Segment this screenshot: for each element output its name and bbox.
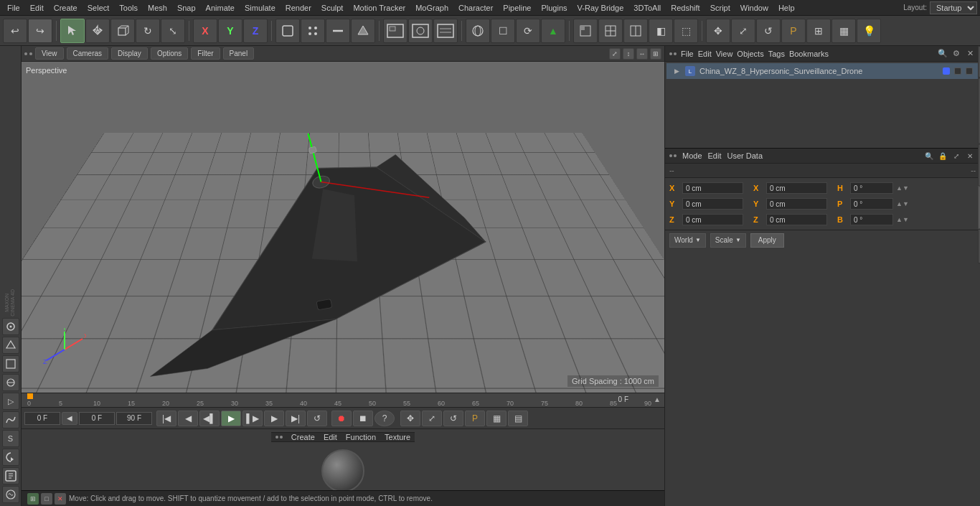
viewport-tab-display[interactable]: Display: [111, 47, 148, 60]
transform-button[interactable]: P: [781, 19, 806, 43]
film-button[interactable]: ▦: [831, 19, 856, 43]
extrude-button[interactable]: ▲: [541, 19, 565, 43]
attr-search-icon[interactable]: 🔍: [923, 150, 935, 161]
objects-panel-edit[interactable]: Edit: [698, 50, 712, 58]
menu-animate[interactable]: Animate: [202, 2, 239, 14]
coord-p-input[interactable]: [850, 198, 893, 210]
viewport4-button[interactable]: ◧: [649, 19, 673, 43]
select-button[interactable]: [60, 19, 85, 43]
objects-panel-file[interactable]: File: [681, 50, 694, 58]
menu-create[interactable]: Create: [50, 2, 82, 14]
frame-end-input[interactable]: [79, 412, 115, 425]
menu-3dtoall[interactable]: 3DToAll: [629, 2, 665, 14]
coord-b-stepper[interactable]: ▲▼: [896, 216, 909, 223]
rotate-timeline-btn[interactable]: ↺: [443, 411, 463, 426]
viewport-3d[interactable]: Perspective: [22, 62, 664, 393]
menu-character[interactable]: Character: [454, 2, 497, 14]
next-frame-btn[interactable]: ▶: [264, 411, 284, 426]
move-button[interactable]: ✥: [85, 19, 110, 43]
preview-end-input[interactable]: [116, 412, 152, 425]
scale-timeline-btn[interactable]: ⤢: [422, 411, 442, 426]
rotate2-button[interactable]: ⟳: [516, 19, 540, 43]
menu-tools[interactable]: Tools: [115, 2, 142, 14]
scale-button[interactable]: ⤡: [161, 19, 185, 43]
menu-redshift[interactable]: Redshift: [666, 2, 704, 14]
axis-x-button[interactable]: X: [193, 19, 217, 43]
viewport1-button[interactable]: [573, 19, 598, 43]
render-settings-button[interactable]: [433, 19, 458, 43]
objects-panel-bookmarks[interactable]: Bookmarks: [789, 50, 829, 58]
object-expand-icon[interactable]: ▶: [672, 67, 681, 75]
menu-script[interactable]: Script: [706, 2, 735, 14]
menu-mesh[interactable]: Mesh: [143, 2, 171, 14]
objects-panel-tags[interactable]: Tags: [768, 50, 785, 58]
menu-motion-tracker[interactable]: Motion Tracker: [349, 2, 410, 14]
object-item-drone[interactable]: ▶ L China_WZ_8_Hypersonic_Surveillance_D…: [666, 63, 979, 79]
attr-edit-btn[interactable]: Edit: [708, 151, 722, 160]
left-tool-9[interactable]: [2, 467, 19, 484]
viewport-tab-options[interactable]: Options: [151, 47, 188, 60]
move-timeline-btn[interactable]: ✥: [400, 411, 420, 426]
edge-mode-button[interactable]: [326, 19, 350, 43]
viewport2-button[interactable]: [598, 19, 623, 43]
render-region-button[interactable]: [383, 19, 407, 43]
attr-lock-icon[interactable]: 🔒: [937, 150, 948, 161]
scale-tool-button[interactable]: ⤢: [731, 19, 755, 43]
stop-btn[interactable]: ⏹: [353, 411, 373, 426]
menu-help[interactable]: Help: [774, 2, 799, 14]
menu-vray[interactable]: V-Ray Bridge: [573, 2, 628, 14]
record-btn[interactable]: ⏺: [331, 411, 352, 426]
frame-start-input[interactable]: [24, 412, 60, 425]
viewport-tab-view[interactable]: View: [35, 47, 64, 60]
scale-dropdown[interactable]: Scale ▼: [710, 233, 746, 248]
left-tool-5[interactable]: ▷: [2, 393, 19, 410]
menu-select[interactable]: Select: [83, 2, 114, 14]
material-sphere[interactable]: [321, 449, 364, 492]
attr-expand-icon[interactable]: ⤢: [951, 150, 962, 161]
point-mode-button[interactable]: [301, 19, 325, 43]
frame-back-btn[interactable]: ◀: [62, 412, 77, 425]
render-to-picture-button[interactable]: [408, 19, 433, 43]
menu-plugins[interactable]: Plugins: [537, 2, 571, 14]
grid-button[interactable]: ⊞: [806, 19, 831, 43]
viewport-tab-filter[interactable]: Filter: [191, 47, 220, 60]
prev-step-btn[interactable]: ◀▌: [199, 411, 220, 426]
viewport3-button[interactable]: [623, 19, 648, 43]
nav-sphere-button[interactable]: [466, 19, 490, 43]
film-view-btn[interactable]: ▤: [508, 411, 528, 426]
left-tool-3[interactable]: [2, 355, 19, 373]
coord-h-input[interactable]: [850, 182, 893, 194]
go-to-end-btn[interactable]: ▶|: [286, 411, 306, 426]
next-step-btn[interactable]: ▌▶: [242, 411, 263, 426]
viewport-tab-cameras[interactable]: Cameras: [67, 47, 109, 60]
left-tool-8[interactable]: [2, 449, 19, 466]
play-btn[interactable]: ▶: [221, 411, 241, 426]
coord-b-input[interactable]: [850, 214, 893, 225]
move-tool-button[interactable]: ✥: [706, 19, 730, 43]
objects-panel-view[interactable]: View: [716, 50, 733, 58]
coord-p-stepper[interactable]: ▲▼: [896, 200, 909, 207]
objects-filter-icon[interactable]: ⚙: [951, 48, 962, 60]
left-tool-1[interactable]: [2, 318, 19, 335]
left-tool-10[interactable]: [2, 486, 19, 503]
attr-close-icon[interactable]: ✕: [964, 150, 976, 161]
help-btn[interactable]: ?: [374, 411, 395, 426]
object-mode-button[interactable]: [275, 19, 300, 43]
objects-search-icon[interactable]: 🔍: [937, 48, 948, 60]
menu-mograph[interactable]: MoGraph: [411, 2, 453, 14]
viewport-tab-panel[interactable]: Panel: [223, 47, 255, 60]
menu-render[interactable]: Render: [281, 2, 316, 14]
frame-timeline[interactable]: 0 5 10 15 20 25 30 35 40 45 50 55 60 65 …: [22, 393, 664, 407]
left-tool-2[interactable]: [2, 337, 19, 354]
prev-frame-btn[interactable]: ◀: [178, 411, 198, 426]
left-tool-4[interactable]: [2, 374, 19, 391]
go-to-start-btn[interactable]: |◀: [156, 411, 176, 426]
menu-file[interactable]: File: [3, 2, 24, 14]
status-icon-3[interactable]: ✕: [55, 493, 66, 505]
coord-h-stepper[interactable]: ▲▼: [896, 184, 909, 192]
keyframe-btn[interactable]: ▦: [486, 411, 507, 426]
coord-z2-input[interactable]: [766, 214, 827, 225]
attr-mode-btn[interactable]: Mode: [682, 151, 702, 160]
viewport-ctrl-4[interactable]: ⊞: [650, 48, 661, 60]
coord-x2-input[interactable]: [766, 182, 827, 194]
